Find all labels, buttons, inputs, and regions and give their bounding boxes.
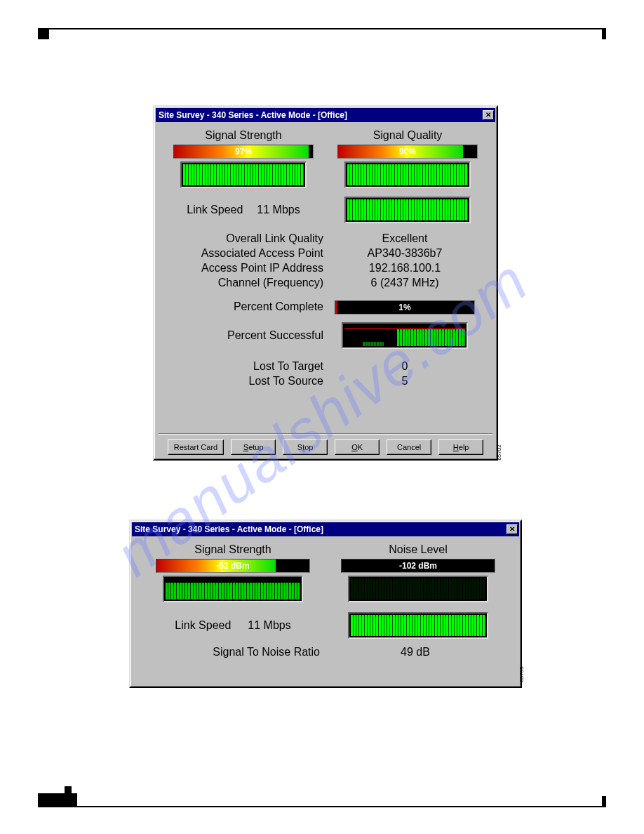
signal-strength-bar-2: -52 dBm — [156, 559, 310, 573]
pct-success-label: Percent Successful — [176, 329, 323, 342]
ap-label: Associated Access Point — [176, 247, 323, 260]
link-speed-value: 11 Mbps — [257, 204, 300, 216]
figure-id-2: 65703 — [518, 666, 525, 682]
signal-strength-label-2: Signal Strength — [149, 543, 317, 556]
pct-success-histo — [342, 322, 468, 349]
cancel-button[interactable]: Cancel — [387, 439, 431, 455]
site-survey-window-1: Site Survey - 340 Series - Active Mode -… — [153, 105, 498, 461]
close-icon[interactable]: ✕ — [507, 524, 518, 534]
site-survey-window-2: Site Survey - 340 Series - Active Mode -… — [129, 519, 522, 688]
link-speed-label-2: Link Speed — [175, 619, 231, 632]
setup-button[interactable]: Setup — [231, 439, 276, 455]
corner-tick-tr — [602, 28, 606, 39]
signal-strength-value-2: -52 dBm — [156, 560, 309, 572]
link-speed-value-2: 11 Mbps — [248, 619, 290, 632]
ap-value: AP340-3836b7 — [335, 247, 475, 260]
link-speed-histo — [344, 197, 471, 223]
signal-quality-histo — [344, 161, 471, 188]
page-frame: Site Survey - 340 Series - Active Mode -… — [38, 28, 606, 807]
ip-value: 192.168.100.1 — [335, 262, 475, 274]
corner-tick-bl-small — [65, 786, 72, 793]
ip-label: Access Point IP Address — [176, 262, 323, 274]
pct-complete-bar: 1% — [335, 300, 475, 315]
noise-histo — [348, 576, 488, 602]
overall-label: Overall Link Quality — [176, 232, 323, 245]
ok-button[interactable]: OK — [335, 439, 380, 455]
stop-button[interactable]: Stop — [283, 439, 328, 455]
window2-content: Signal Strength -52 dBm Noise Level -102… — [130, 538, 521, 666]
lost-target-value: 0 — [335, 360, 475, 373]
top-rule — [38, 28, 606, 29]
restart-card-button[interactable]: Restart Card — [168, 439, 224, 455]
figure-id-1: 65702 — [496, 444, 502, 460]
signal-quality-bar: 90% — [337, 145, 478, 159]
signal-strength-histo-2 — [163, 576, 303, 602]
chan-label: Channel (Frequency) — [176, 277, 323, 289]
close-icon[interactable]: ✕ — [483, 110, 494, 120]
signal-strength-value: 97% — [174, 145, 313, 158]
bottom-rule — [38, 806, 606, 807]
signal-strength-bar: 97% — [173, 145, 314, 159]
titlebar-1: Site Survey - 340 Series - Active Mode -… — [156, 108, 495, 122]
lost-source-label: Lost To Source — [176, 375, 323, 388]
noise-bar: -102 dBm — [341, 559, 495, 573]
lost-source-value: 5 — [335, 375, 475, 388]
signal-quality-value: 90% — [338, 145, 477, 158]
corner-tick-br — [602, 796, 606, 807]
signal-quality-label: Signal Quality — [334, 129, 481, 142]
pct-complete-label: Percent Complete — [176, 300, 323, 317]
chan-value: 6 (2437 MHz) — [335, 277, 475, 289]
titlebar-text: Site Survey - 340 Series - Active Mode -… — [159, 110, 347, 120]
signal-strength-histo — [180, 161, 307, 188]
noise-value: -102 dBm — [342, 560, 495, 572]
lost-target-label: Lost To Target — [176, 360, 323, 373]
link-speed-label: Link Speed — [187, 204, 243, 216]
corner-tick-tl — [38, 28, 49, 39]
help-button[interactable]: Help — [438, 439, 483, 455]
corner-tick-bl — [38, 793, 77, 807]
signal-strength-label: Signal Strength — [170, 129, 317, 142]
overall-value: Excellent — [335, 232, 475, 245]
link-speed-histo-2 — [348, 612, 488, 639]
titlebar-text-2: Site Survey - 340 Series - Active Mode -… — [135, 524, 323, 534]
snr-value: 49 dB — [331, 646, 499, 658]
button-bar: Restart Card Setup Stop OK Cancel Help — [159, 433, 492, 455]
window1-content: Signal Strength 97% Signal Quality 90% — [154, 124, 497, 395]
pct-complete-value: 1% — [335, 301, 474, 314]
noise-label: Noise Level — [334, 543, 502, 556]
snr-label: Signal To Noise Ratio — [152, 646, 320, 658]
titlebar-2: Site Survey - 340 Series - Active Mode -… — [132, 522, 519, 536]
